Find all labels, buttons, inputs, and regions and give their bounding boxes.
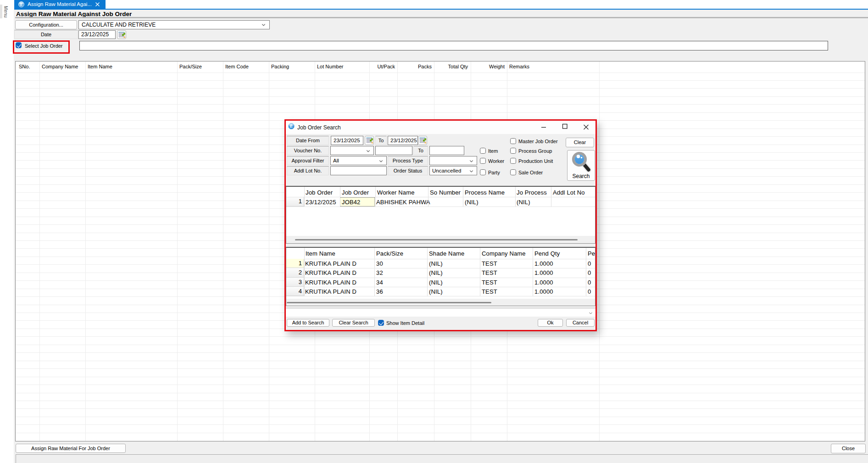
svg-text:L: L	[20, 2, 23, 7]
